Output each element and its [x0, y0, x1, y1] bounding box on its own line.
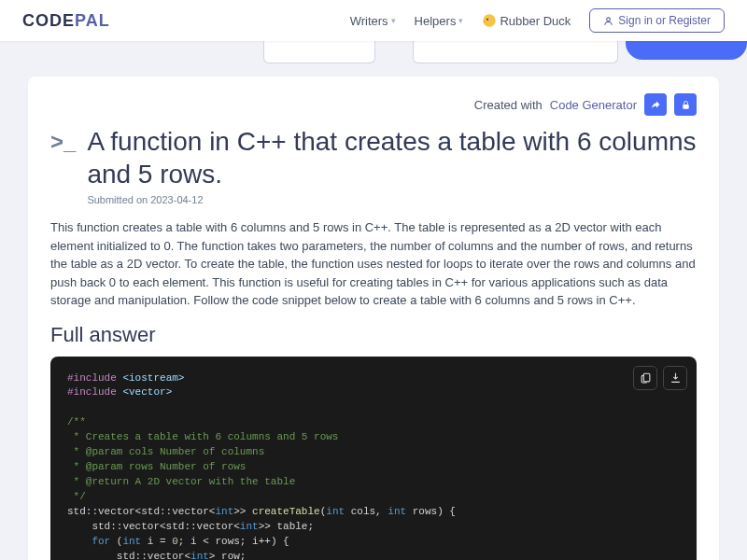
prompt-icon: >_ — [50, 129, 76, 155]
description: This function creates a table with 6 col… — [50, 218, 697, 310]
search-bar-partial — [0, 41, 747, 67]
user-icon — [603, 16, 613, 26]
svg-rect-4 — [643, 373, 650, 382]
signin-button[interactable]: Sign in or Register — [589, 8, 725, 33]
submitted-date: Submitted on 2023-04-12 — [87, 194, 697, 205]
svg-point-0 — [484, 14, 496, 26]
code-block: #include <iostream> #include <vector> /*… — [50, 357, 697, 561]
clipboard-icon — [640, 371, 652, 384]
logo-code: CODE — [22, 11, 75, 30]
nav-helpers[interactable]: Helpers▾ — [415, 14, 464, 28]
header: CODEPAL Writers▾ Helpers▾ Rubber Duck Si… — [0, 0, 747, 41]
signin-label: Sign in or Register — [618, 14, 711, 27]
share-button[interactable] — [644, 93, 667, 116]
nav-label: Rubber Duck — [500, 14, 571, 28]
share-icon — [650, 99, 661, 110]
copy-button[interactable] — [633, 366, 657, 390]
nav-label: Writers — [350, 14, 388, 28]
chevron-down-icon: ▾ — [458, 16, 463, 25]
lock-button[interactable] — [674, 93, 697, 116]
lock-icon — [681, 100, 691, 110]
section-title: Full answer — [50, 323, 697, 347]
main-card: Created with Code Generator >_ A functio… — [28, 77, 719, 560]
code-content: #include <iostream> #include <vector> /*… — [67, 371, 680, 561]
svg-point-1 — [486, 19, 488, 21]
nav-rubber-duck[interactable]: Rubber Duck — [482, 13, 571, 28]
nav: Writers▾ Helpers▾ Rubber Duck Sign in or… — [350, 8, 725, 33]
svg-point-2 — [607, 17, 611, 21]
nav-writers[interactable]: Writers▾ — [350, 14, 396, 28]
download-icon — [669, 371, 682, 384]
logo-pal: PAL — [75, 11, 110, 30]
nav-label: Helpers — [415, 14, 457, 28]
created-prefix: Created with — [474, 98, 543, 112]
download-button[interactable] — [663, 366, 687, 390]
created-link[interactable]: Code Generator — [550, 98, 637, 112]
svg-rect-3 — [683, 105, 688, 109]
duck-icon — [482, 13, 497, 28]
page-title: A function in C++ that creates a table w… — [87, 125, 697, 190]
chevron-down-icon: ▾ — [391, 16, 396, 25]
logo[interactable]: CODEPAL — [22, 11, 110, 31]
created-row: Created with Code Generator — [50, 93, 697, 116]
